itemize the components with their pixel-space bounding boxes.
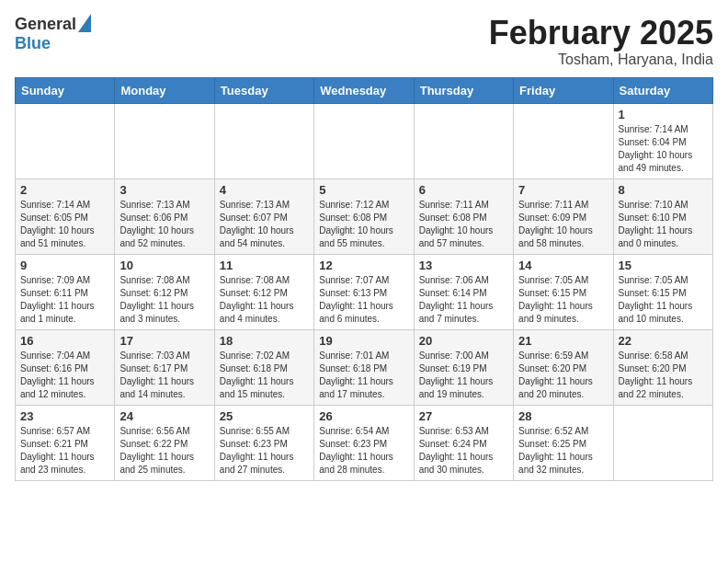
day-info: Sunrise: 7:03 AM Sunset: 6:17 PM Dayligh… — [119, 350, 209, 401]
day-number: 15 — [619, 259, 708, 272]
day-info: Sunrise: 7:09 AM Sunset: 6:11 PM Dayligh… — [20, 274, 109, 326]
day-info: Sunrise: 7:07 AM Sunset: 6:13 PM Dayligh… — [319, 274, 408, 326]
calendar-cell: 17Sunrise: 7:03 AM Sunset: 6:17 PM Dayli… — [115, 329, 214, 405]
day-number: 5 — [319, 183, 408, 197]
day-info: Sunrise: 6:58 AM Sunset: 6:20 PM Dayligh… — [619, 350, 708, 401]
calendar-cell: 12Sunrise: 7:07 AM Sunset: 6:13 PM Dayli… — [314, 254, 414, 329]
calendar-cell: 26Sunrise: 6:54 AM Sunset: 6:23 PM Dayli… — [314, 405, 414, 480]
day-number: 24 — [119, 409, 209, 423]
day-info: Sunrise: 7:01 AM Sunset: 6:18 PM Dayligh… — [319, 350, 408, 401]
calendar-cell: 22Sunrise: 6:58 AM Sunset: 6:20 PM Dayli… — [613, 329, 712, 405]
day-number: 6 — [419, 183, 508, 197]
calendar-cell: 28Sunrise: 6:52 AM Sunset: 6:25 PM Dayli… — [514, 405, 613, 480]
day-number: 25 — [220, 409, 309, 423]
week-row-5: 23Sunrise: 6:57 AM Sunset: 6:21 PM Dayli… — [16, 405, 713, 480]
calendar-table: SundayMondayTuesdayWednesdayThursdayFrid… — [15, 77, 713, 481]
day-number: 8 — [619, 183, 708, 197]
logo-general-text: General — [15, 15, 76, 34]
calendar-cell — [16, 103, 115, 178]
day-info: Sunrise: 7:11 AM Sunset: 6:09 PM Dayligh… — [518, 199, 608, 250]
calendar-cell: 10Sunrise: 7:08 AM Sunset: 6:12 PM Dayli… — [115, 254, 214, 329]
calendar-cell: 2Sunrise: 7:14 AM Sunset: 6:05 PM Daylig… — [16, 178, 115, 254]
day-info: Sunrise: 7:08 AM Sunset: 6:12 PM Dayligh… — [119, 274, 209, 326]
day-number: 12 — [319, 259, 408, 272]
calendar-cell: 20Sunrise: 7:00 AM Sunset: 6:19 PM Dayli… — [414, 329, 513, 405]
calendar-cell: 16Sunrise: 7:04 AM Sunset: 6:16 PM Dayli… — [16, 329, 115, 405]
day-info: Sunrise: 7:14 AM Sunset: 6:04 PM Dayligh… — [619, 123, 708, 175]
day-header-monday: Monday — [115, 77, 214, 103]
calendar-cell: 11Sunrise: 7:08 AM Sunset: 6:12 PM Dayli… — [214, 254, 313, 329]
day-info: Sunrise: 7:13 AM Sunset: 6:07 PM Dayligh… — [220, 199, 309, 250]
day-info: Sunrise: 7:08 AM Sunset: 6:12 PM Dayligh… — [220, 274, 309, 326]
calendar-cell: 14Sunrise: 7:05 AM Sunset: 6:15 PM Dayli… — [514, 254, 613, 329]
day-number: 2 — [20, 183, 109, 197]
calendar-cell: 15Sunrise: 7:05 AM Sunset: 6:15 PM Dayli… — [613, 254, 712, 329]
calendar-cell: 3Sunrise: 7:13 AM Sunset: 6:06 PM Daylig… — [115, 178, 214, 254]
day-info: Sunrise: 7:02 AM Sunset: 6:18 PM Dayligh… — [220, 350, 309, 401]
day-info: Sunrise: 6:56 AM Sunset: 6:22 PM Dayligh… — [119, 425, 209, 477]
day-info: Sunrise: 7:13 AM Sunset: 6:06 PM Dayligh… — [119, 199, 209, 250]
day-number: 23 — [20, 409, 109, 423]
calendar-cell — [514, 103, 613, 178]
day-info: Sunrise: 7:10 AM Sunset: 6:10 PM Dayligh… — [619, 199, 708, 250]
day-number: 28 — [518, 409, 608, 423]
calendar-cell: 9Sunrise: 7:09 AM Sunset: 6:11 PM Daylig… — [16, 254, 115, 329]
day-number: 27 — [419, 409, 508, 423]
day-number: 17 — [119, 334, 209, 348]
day-header-tuesday: Tuesday — [214, 77, 313, 103]
day-info: Sunrise: 6:57 AM Sunset: 6:21 PM Dayligh… — [20, 425, 109, 477]
week-row-3: 9Sunrise: 7:09 AM Sunset: 6:11 PM Daylig… — [16, 254, 713, 329]
week-row-4: 16Sunrise: 7:04 AM Sunset: 6:16 PM Dayli… — [16, 329, 713, 405]
calendar-cell: 4Sunrise: 7:13 AM Sunset: 6:07 PM Daylig… — [214, 178, 313, 254]
day-info: Sunrise: 7:05 AM Sunset: 6:15 PM Dayligh… — [619, 274, 708, 326]
calendar-cell: 1Sunrise: 7:14 AM Sunset: 6:04 PM Daylig… — [613, 103, 712, 178]
day-info: Sunrise: 7:14 AM Sunset: 6:05 PM Dayligh… — [20, 199, 109, 250]
day-number: 9 — [20, 259, 109, 272]
calendar-cell: 21Sunrise: 6:59 AM Sunset: 6:20 PM Dayli… — [514, 329, 613, 405]
day-info: Sunrise: 6:55 AM Sunset: 6:23 PM Dayligh… — [220, 425, 309, 477]
logo-blue-text: Blue — [15, 34, 51, 53]
day-header-sunday: Sunday — [16, 77, 115, 103]
page-header: General Blue February 2025 Tosham, Harya… — [15, 15, 713, 68]
logo-triangle-icon — [78, 14, 91, 32]
day-header-saturday: Saturday — [613, 77, 712, 103]
calendar-cell — [214, 103, 313, 178]
week-row-2: 2Sunrise: 7:14 AM Sunset: 6:05 PM Daylig… — [16, 178, 713, 254]
day-number: 3 — [119, 183, 209, 197]
day-info: Sunrise: 7:06 AM Sunset: 6:14 PM Dayligh… — [419, 274, 508, 326]
day-info: Sunrise: 7:12 AM Sunset: 6:08 PM Dayligh… — [319, 199, 408, 250]
day-number: 19 — [319, 334, 408, 348]
day-info: Sunrise: 6:53 AM Sunset: 6:24 PM Dayligh… — [419, 425, 508, 477]
calendar-cell: 24Sunrise: 6:56 AM Sunset: 6:22 PM Dayli… — [115, 405, 214, 480]
calendar-cell — [115, 103, 214, 178]
calendar-cell: 19Sunrise: 7:01 AM Sunset: 6:18 PM Dayli… — [314, 329, 414, 405]
day-number: 20 — [419, 334, 508, 348]
day-info: Sunrise: 7:00 AM Sunset: 6:19 PM Dayligh… — [419, 350, 508, 401]
calendar-cell: 7Sunrise: 7:11 AM Sunset: 6:09 PM Daylig… — [514, 178, 613, 254]
day-info: Sunrise: 7:11 AM Sunset: 6:08 PM Dayligh… — [419, 199, 508, 250]
calendar-cell: 23Sunrise: 6:57 AM Sunset: 6:21 PM Dayli… — [16, 405, 115, 480]
day-info: Sunrise: 6:52 AM Sunset: 6:25 PM Dayligh… — [518, 425, 608, 477]
calendar-cell: 25Sunrise: 6:55 AM Sunset: 6:23 PM Dayli… — [214, 405, 313, 480]
calendar-cell: 13Sunrise: 7:06 AM Sunset: 6:14 PM Dayli… — [414, 254, 513, 329]
main-title: February 2025 — [489, 15, 713, 52]
logo: General Blue — [15, 15, 91, 53]
calendar-cell — [414, 103, 513, 178]
day-number: 18 — [220, 334, 309, 348]
day-info: Sunrise: 6:54 AM Sunset: 6:23 PM Dayligh… — [319, 425, 408, 477]
day-number: 1 — [619, 108, 708, 121]
calendar-cell: 18Sunrise: 7:02 AM Sunset: 6:18 PM Dayli… — [214, 329, 313, 405]
day-number: 11 — [220, 259, 309, 272]
calendar-cell — [613, 405, 712, 480]
day-info: Sunrise: 6:59 AM Sunset: 6:20 PM Dayligh… — [518, 350, 608, 401]
day-header-thursday: Thursday — [414, 77, 513, 103]
subtitle: Tosham, Haryana, India — [489, 52, 713, 68]
calendar-cell — [314, 103, 414, 178]
calendar-cell: 6Sunrise: 7:11 AM Sunset: 6:08 PM Daylig… — [414, 178, 513, 254]
calendar-header-row: SundayMondayTuesdayWednesdayThursdayFrid… — [16, 77, 713, 103]
day-info: Sunrise: 7:04 AM Sunset: 6:16 PM Dayligh… — [20, 350, 109, 401]
day-number: 13 — [419, 259, 508, 272]
day-number: 10 — [119, 259, 209, 272]
calendar-cell: 5Sunrise: 7:12 AM Sunset: 6:08 PM Daylig… — [314, 178, 414, 254]
day-number: 7 — [518, 183, 608, 197]
